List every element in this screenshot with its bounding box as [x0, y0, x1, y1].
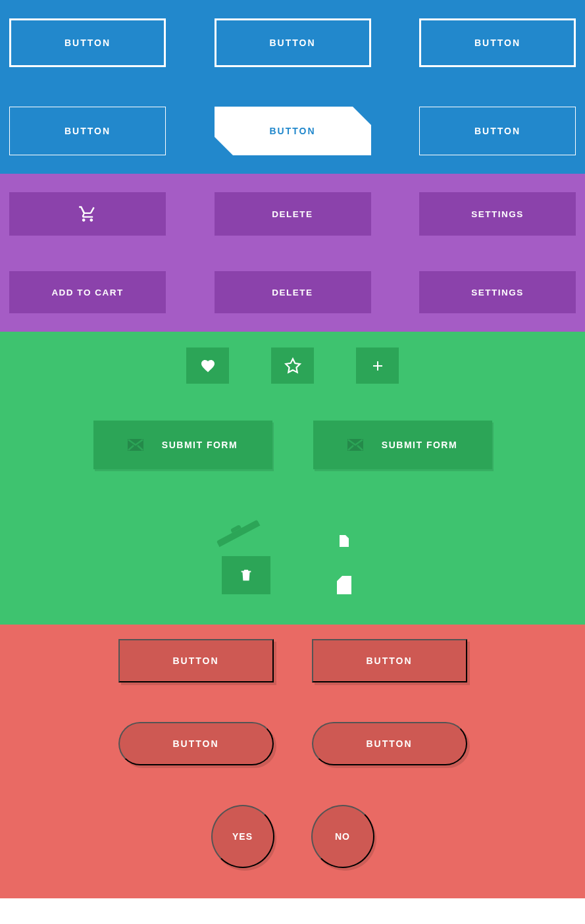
- red-section: BUTTON BUTTON BUTTON BUTTON YES NO: [0, 625, 585, 898]
- blue-row-1: BUTTON BUTTON BUTTON: [9, 18, 576, 67]
- purple-row-1: DELETE SETTINGS: [9, 192, 576, 236]
- cart-icon: [78, 205, 97, 223]
- button-outline-thin-2[interactable]: BUTTON: [419, 107, 576, 155]
- red-row-1: BUTTON BUTTON: [118, 639, 467, 682]
- blue-section: BUTTON BUTTON BUTTON BUTTON BUTTON BUTTO…: [0, 0, 585, 174]
- envelope-icon: [128, 439, 143, 451]
- button-outline-1[interactable]: BUTTON: [9, 18, 166, 67]
- submit-form-button-2[interactable]: SUBMIT FORM: [313, 421, 492, 469]
- file-button[interactable]: [324, 535, 364, 594]
- trash-lid-icon: [216, 520, 260, 548]
- submit-label: SUBMIT FORM: [162, 440, 238, 450]
- yes-button[interactable]: YES: [211, 805, 274, 868]
- star-button[interactable]: [271, 347, 314, 384]
- delete-button-2[interactable]: DELETE: [215, 271, 371, 313]
- envelope-icon: [347, 439, 363, 451]
- red-rounded-button-2[interactable]: BUTTON: [312, 722, 467, 765]
- blue-row-2: BUTTON BUTTON BUTTON: [9, 107, 576, 155]
- settings-button-2[interactable]: SETTINGS: [419, 271, 576, 313]
- trash-button[interactable]: [222, 528, 270, 594]
- trash-body-icon: [222, 556, 270, 594]
- red-button-2[interactable]: BUTTON: [312, 639, 467, 682]
- button-corner[interactable]: BUTTON: [215, 107, 371, 155]
- button-outline-3[interactable]: BUTTON: [419, 18, 576, 67]
- green-section: SUBMIT FORM SUBMIT FORM: [0, 332, 585, 625]
- red-row-2: BUTTON BUTTON: [118, 722, 467, 765]
- icon-button-row: [186, 347, 399, 384]
- plus-icon: [370, 358, 386, 374]
- button-outline-thin-1[interactable]: BUTTON: [9, 107, 166, 155]
- star-icon: [284, 357, 301, 374]
- cart-button[interactable]: [9, 192, 166, 236]
- button-outline-2[interactable]: BUTTON: [215, 18, 371, 67]
- submit-label: SUBMIT FORM: [382, 440, 457, 450]
- submit-row: SUBMIT FORM SUBMIT FORM: [93, 421, 492, 469]
- delete-button[interactable]: DELETE: [215, 192, 371, 236]
- plus-button[interactable]: [356, 347, 399, 384]
- circle-row: YES NO: [211, 805, 374, 868]
- purple-row-2: ADD TO CART DELETE SETTINGS: [9, 271, 576, 313]
- red-button-1[interactable]: BUTTON: [118, 639, 274, 682]
- heart-button[interactable]: [186, 347, 229, 384]
- submit-form-button-1[interactable]: SUBMIT FORM: [93, 421, 272, 469]
- animated-icons-row: [222, 515, 364, 594]
- heart-icon: [199, 358, 216, 374]
- no-button[interactable]: NO: [311, 805, 374, 868]
- file-small-icon: [340, 535, 349, 547]
- file-big-icon: [337, 576, 351, 594]
- red-rounded-button-1[interactable]: BUTTON: [118, 722, 274, 765]
- purple-section: DELETE SETTINGS ADD TO CART DELETE SETTI…: [0, 174, 585, 332]
- settings-button[interactable]: SETTINGS: [419, 192, 576, 236]
- add-to-cart-button[interactable]: ADD TO CART: [9, 271, 166, 313]
